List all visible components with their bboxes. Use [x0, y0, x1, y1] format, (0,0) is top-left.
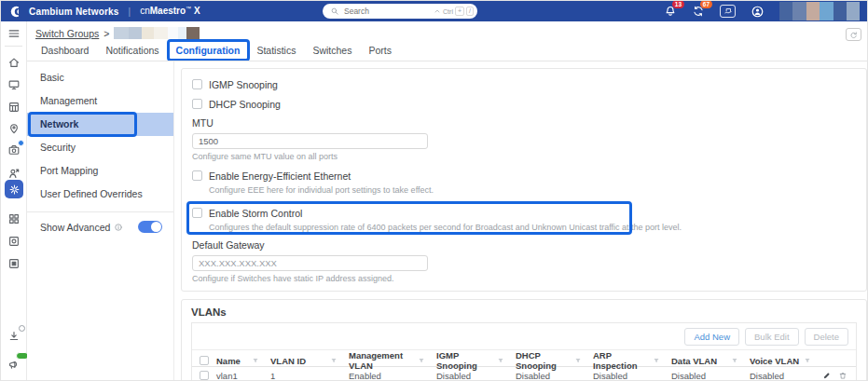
rail-item-home[interactable]	[7, 55, 21, 70]
vlans-table-header: Name VLAN ID Management VLAN IGMP Snoopi…	[192, 349, 856, 367]
col-management-vlan[interactable]: Management VLAN	[349, 350, 436, 371]
delete-button[interactable]: Delete	[805, 328, 848, 346]
col-arp-inspection[interactable]: ARP Inspection	[593, 350, 671, 371]
filter-icon[interactable]	[252, 357, 259, 364]
rail-item-software-update[interactable]	[7, 329, 21, 344]
select-all-checkbox[interactable]	[200, 356, 209, 365]
software-update-badge	[19, 325, 25, 332]
edit-pencil-icon[interactable]	[822, 371, 832, 380]
configuration-menu: Basic Management Network Security Port M…	[27, 61, 174, 380]
default-gateway-input[interactable]	[192, 255, 428, 271]
sync-status-button[interactable]: 67	[692, 5, 705, 18]
mtu-help-text: Configure same MTU value on all ports	[192, 152, 856, 161]
tab-configuration[interactable]: Configuration	[168, 41, 249, 60]
breadcrumb-switch-groups-link[interactable]: Switch Groups	[35, 28, 99, 39]
storm-control-block: Enable Storm Control Configures the defa…	[192, 204, 856, 232]
rail-item-tools[interactable]	[7, 256, 21, 271]
dhcp-snooping-checkbox[interactable]	[192, 99, 202, 109]
filter-icon[interactable]	[731, 357, 738, 364]
support-button[interactable]	[720, 5, 736, 18]
igmp-snooping-row: IGMP Snooping	[192, 77, 856, 91]
header-divider: |	[129, 7, 131, 17]
col-name[interactable]: Name	[216, 356, 270, 366]
eee-checkbox[interactable]	[192, 170, 202, 181]
menu-item-management[interactable]: Management	[27, 89, 173, 113]
notifications-button[interactable]: 13	[664, 5, 677, 18]
filter-icon[interactable]	[330, 357, 338, 364]
refresh-button[interactable]	[846, 28, 861, 41]
tab-dashboard[interactable]: Dashboard	[33, 41, 97, 60]
cell-voice-vlan: Disabled	[750, 371, 822, 381]
account-button[interactable]	[751, 5, 765, 19]
menu-item-network[interactable]: Network	[27, 113, 173, 136]
rail-item-onboard[interactable]	[7, 143, 21, 157]
chevron-up-icon	[434, 7, 441, 15]
top-header: Cambium Networks | cnMaestro™ X Ctrl + /	[1, 1, 867, 21]
igmp-snooping-label: IGMP Snooping	[209, 79, 278, 90]
bulk-edit-button[interactable]: Bulk Edit	[745, 328, 799, 346]
rail-item-configuration[interactable]	[5, 180, 23, 198]
cell-vlan-id: 1	[270, 371, 349, 381]
rail-item-sites[interactable]	[7, 121, 21, 136]
apps-grid-icon	[7, 212, 21, 225]
storm-control-checkbox[interactable]	[192, 208, 202, 218]
filter-icon[interactable]	[804, 357, 811, 364]
gear-icon	[8, 184, 21, 196]
redacted-account-name	[779, 2, 860, 20]
group-tabs: Dashboard Notifications Configuration St…	[33, 41, 400, 60]
row-checkbox[interactable]	[200, 371, 209, 380]
rail-item-monitoring[interactable]	[7, 77, 21, 92]
tab-ports[interactable]: Ports	[360, 41, 400, 60]
cell-arp-inspection: Disabled	[593, 371, 671, 381]
storm-control-help-text: Configures the default suppression rate …	[209, 223, 856, 232]
tab-switches[interactable]: Switches	[304, 41, 360, 60]
menu-item-user-defined-overrides[interactable]: User Defined Overrides	[27, 183, 173, 206]
left-icon-rail	[1, 21, 27, 380]
show-advanced-label: Show Advanced	[40, 222, 110, 233]
col-dhcp-snooping[interactable]: DHCP Snooping	[516, 350, 593, 371]
igmp-snooping-checkbox[interactable]	[192, 79, 202, 89]
feedback-hand-icon	[723, 7, 733, 16]
filter-icon[interactable]	[418, 357, 425, 364]
map-pin-icon	[7, 122, 21, 135]
tab-statistics[interactable]: Statistics	[248, 41, 304, 60]
switch-grid-icon	[7, 101, 21, 114]
monitor-icon	[7, 78, 21, 91]
search-icon	[330, 7, 339, 16]
menu-item-port-mapping[interactable]: Port Mapping	[27, 159, 173, 183]
menu-item-security[interactable]: Security	[27, 136, 173, 159]
rail-item-msp[interactable]	[7, 234, 21, 249]
rail-item-switches[interactable]	[7, 100, 21, 115]
col-igmp-snooping[interactable]: IGMP Snooping	[436, 350, 516, 371]
hamburger-menu-icon	[7, 27, 21, 40]
vlans-title: VLANs	[191, 306, 857, 318]
tab-notifications[interactable]: Notifications	[97, 41, 167, 60]
rail-item-clients[interactable]	[7, 166, 21, 181]
rail-menu-toggle[interactable]	[7, 26, 21, 41]
filter-icon[interactable]	[574, 357, 582, 364]
filter-icon[interactable]	[653, 357, 660, 364]
network-settings-card: IGMP Snooping DHCP Snooping MTU Configur…	[181, 68, 867, 292]
info-icon	[114, 223, 123, 232]
cell-name: vlan1	[216, 371, 270, 381]
menu-item-basic[interactable]: Basic	[27, 66, 173, 89]
mtu-input[interactable]	[192, 133, 428, 149]
rail-item-announcements[interactable]	[7, 357, 21, 372]
app-window: Cambium Networks | cnMaestro™ X Ctrl + /	[0, 0, 868, 381]
rail-item-apps[interactable]	[7, 211, 21, 226]
delete-trash-icon[interactable]	[838, 371, 847, 380]
cambium-logo-icon	[10, 6, 22, 18]
onboard-badge	[18, 140, 24, 146]
col-data-vlan[interactable]: Data VLAN	[671, 356, 750, 366]
vlans-table-panel: Add New Bulk Edit Delete Name VLAN ID Ma…	[191, 322, 857, 381]
filter-icon[interactable]	[497, 357, 504, 364]
cell-data-vlan: Disabled	[671, 371, 750, 381]
col-vlan-id[interactable]: VLAN ID	[270, 356, 349, 366]
vlans-card: VLANs Add New Bulk Edit Delete Name VLAN…	[181, 299, 867, 381]
megaphone-icon	[7, 358, 21, 371]
col-voice-vlan[interactable]: Voice VLAN	[750, 356, 822, 366]
global-search[interactable]: Ctrl + /	[323, 4, 477, 19]
search-input[interactable]	[344, 7, 429, 16]
add-new-button[interactable]: Add New	[684, 328, 739, 346]
show-advanced-toggle[interactable]	[138, 221, 162, 233]
